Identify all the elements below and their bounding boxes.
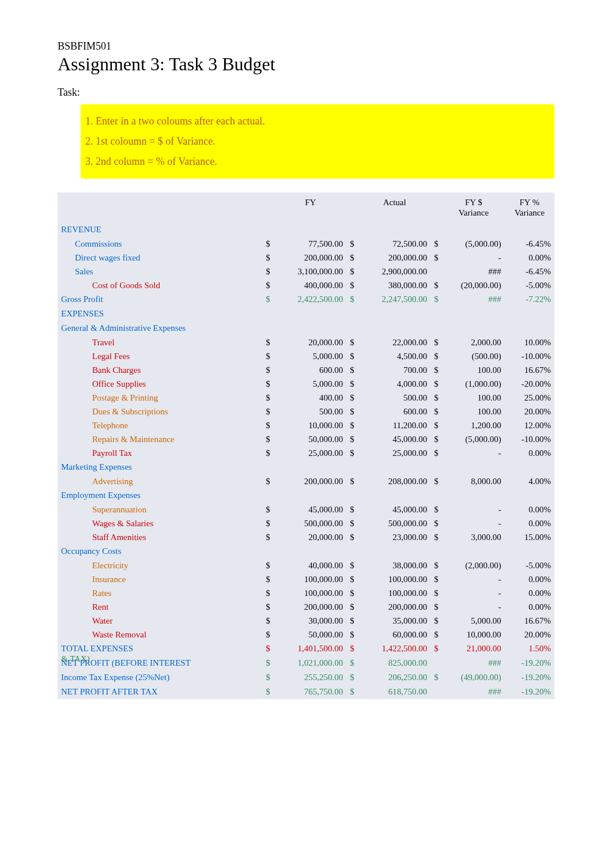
row-label: Water xyxy=(58,614,262,628)
task-item: 3. 2nd column = % of Variance. xyxy=(81,152,554,172)
table-row: Superannuation$45,000.00$45,000.00$-0.00… xyxy=(58,503,554,516)
row-label: Repairs & Maintenance xyxy=(58,432,262,446)
section-row: Marketing Expenses xyxy=(58,460,554,474)
table-row: Staff Amenities$20,000.00$23,000.00$3,00… xyxy=(58,530,554,544)
table-row: Commissions$77,500.00$72,500.00$(5,000.0… xyxy=(58,237,554,251)
summary-row: Income Tax Expense (25%Net)$255,250.00$2… xyxy=(58,670,554,685)
table-row: Waste Removal$50,000.00$60,000.00$10,000… xyxy=(58,628,554,641)
table-row: Legal Fees$5,000.00$4,500.00$(500.00)-10… xyxy=(58,349,554,363)
table-row: Electricity$40,000.00$38,000.00$(2,000.0… xyxy=(58,558,554,572)
summary-row: NET PROFIT (BEFORE INTEREST& TAX)$1,021,… xyxy=(58,656,554,670)
col-header-actual: Actual xyxy=(358,193,430,222)
col-header-var-dollar: FY $Variance xyxy=(443,193,505,222)
row-label: Postage & Printing xyxy=(58,391,262,405)
table-row: Dues & Subscriptions$500.00$600.00$100.0… xyxy=(58,405,554,418)
table-row: Office Supplies$5,000.00$4,000.00$(1,000… xyxy=(58,377,554,391)
table-row: Travel$20,000.00$22,000.00$2,000.0010.00… xyxy=(58,335,554,349)
col-header-var-pct: FY %Variance xyxy=(505,193,554,222)
row-label: Electricity xyxy=(58,558,262,572)
row-label: Staff Amenities xyxy=(58,530,262,544)
row-label: Office Supplies xyxy=(58,377,262,391)
row-label: Rates xyxy=(58,586,262,600)
row-label: Cost of Goods Sold xyxy=(58,278,262,292)
section-row: REVENUE xyxy=(58,222,554,237)
section-row: Employment Expenses xyxy=(58,488,554,503)
table-row: Postage & Printing$400.00$500.00$100.002… xyxy=(58,391,554,405)
table-row: Bank Charges$600.00$700.00$100.0016.67% xyxy=(58,363,554,377)
row-label: Superannuation xyxy=(58,503,262,516)
summary-row: Gross Profit$2,422,500.00$2,247,500.00$#… xyxy=(58,292,554,307)
table-row: Advertising$200,000.00$208,000.00$8,000.… xyxy=(58,474,554,488)
row-label: Rent xyxy=(58,600,262,614)
row-label: Direct wages fixed xyxy=(58,251,262,265)
table-row: Rates$100,000.00$100,000.00$-0.00% xyxy=(58,586,554,600)
row-label: Legal Fees xyxy=(58,349,262,363)
table-row: Payroll Tax$25,000.00$25,000.00$-0.00% xyxy=(58,446,554,460)
table-row: Water$30,000.00$35,000.00$5,000.0016.67% xyxy=(58,614,554,628)
row-label: Sales xyxy=(58,265,262,278)
course-code: BSBFIM501 xyxy=(58,40,554,52)
row-label: Bank Charges xyxy=(58,363,262,377)
table-row: Repairs & Maintenance$50,000.00$45,000.0… xyxy=(58,432,554,446)
section-row: EXPENSES xyxy=(58,307,554,321)
table-header-row: FY Actual FY $Variance FY %Variance xyxy=(58,193,554,222)
table-row: Sales$3,100,000.00$2,900,000.00###-6.45% xyxy=(58,265,554,278)
task-label: Task: xyxy=(58,86,554,99)
row-label: Telephone xyxy=(58,418,262,432)
table-row: Cost of Goods Sold$400,000.00$380,000.00… xyxy=(58,278,554,292)
row-label: Wages & Salaries xyxy=(58,516,262,530)
budget-table: FY Actual FY $Variance FY %Variance REVE… xyxy=(58,193,554,699)
summary-row: TOTAL EXPENSES$1,401,500.00$1,422,500.00… xyxy=(58,641,554,656)
section-row: Occupancy Costs xyxy=(58,544,554,558)
table-row: Rent$200,000.00$200,000.00$-0.00% xyxy=(58,600,554,614)
row-label: Waste Removal xyxy=(58,628,262,641)
table-row: Insurance$100,000.00$100,000.00$-0.00% xyxy=(58,572,554,586)
page-title: Assignment 3: Task 3 Budget xyxy=(58,54,554,75)
task-item: 2. 1st coloumn = $ of Variance. xyxy=(81,131,554,152)
task-list: 1. Enter in a two coloums after each act… xyxy=(81,104,554,179)
row-label: Payroll Tax xyxy=(58,446,262,460)
row-label: Dues & Subscriptions xyxy=(58,405,262,418)
table-row: Direct wages fixed$200,000.00$200,000.00… xyxy=(58,251,554,265)
row-label: Travel xyxy=(58,335,262,349)
table-row: Wages & Salaries$500,000.00$500,000.00$-… xyxy=(58,516,554,530)
col-header-fy: FY xyxy=(274,193,346,222)
row-label: Insurance xyxy=(58,572,262,586)
row-label: Commissions xyxy=(58,237,262,251)
task-item: 1. Enter in a two coloums after each act… xyxy=(81,111,554,131)
row-label: Advertising xyxy=(58,474,262,488)
section-row: General & Administrative Expenses xyxy=(58,321,554,335)
table-row: Telephone$10,000.00$11,200.00$1,200.0012… xyxy=(58,418,554,432)
summary-row: NET PROFIT AFTER TAX$765,750.00$618,750.… xyxy=(58,685,554,699)
